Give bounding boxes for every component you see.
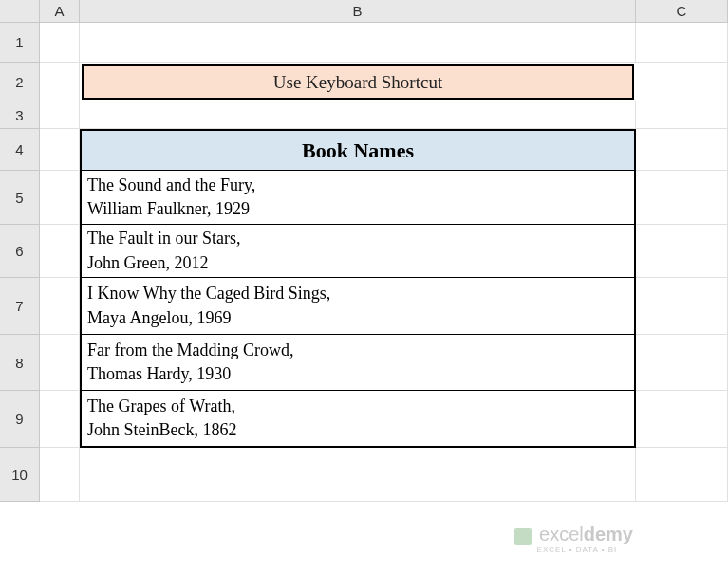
book-row-2[interactable]: The Fault in our Stars, John Green, 2012 — [80, 225, 636, 278]
book-row-3[interactable]: I Know Why the Caged Bird Sings, Maya An… — [80, 278, 636, 335]
cell-c10[interactable] — [636, 448, 728, 502]
watermark: exceldemy EXCEL • DATA • BI — [514, 524, 633, 554]
book-line: Far from the Madding Crowd, — [87, 339, 628, 362]
book-line: John SteinBeck, 1862 — [87, 418, 628, 442]
title-cell[interactable]: Use Keyboard Shortcut — [82, 64, 634, 100]
row-header-10[interactable]: 10 — [0, 448, 40, 502]
spreadsheet-grid: A B C 1 2 Use Keyboard Shortcut 3 4 Book… — [0, 0, 728, 502]
cell-a7[interactable] — [40, 278, 80, 335]
row-header-6[interactable]: 6 — [0, 225, 40, 278]
cell-c2[interactable] — [636, 63, 728, 101]
row-header-2[interactable]: 2 — [0, 63, 40, 101]
book-line: The Grapes of Wrath, — [87, 395, 628, 418]
cell-c1[interactable] — [636, 23, 728, 63]
book-row-5[interactable]: The Grapes of Wrath, John SteinBeck, 186… — [80, 391, 636, 448]
book-line: The Sound and the Fury, — [87, 174, 628, 197]
cell-a4[interactable] — [40, 129, 80, 171]
watermark-brand1: excel — [539, 524, 584, 544]
corner-cell[interactable] — [0, 0, 40, 23]
table-header[interactable]: Book Names — [80, 129, 636, 171]
row-header-9[interactable]: 9 — [0, 391, 40, 448]
row-header-8[interactable]: 8 — [0, 335, 40, 391]
col-header-c[interactable]: C — [636, 0, 728, 23]
watermark-tagline: EXCEL • DATA • BI — [537, 545, 633, 554]
cell-b10[interactable] — [80, 448, 636, 502]
cell-a2[interactable] — [40, 63, 80, 101]
row-header-5[interactable]: 5 — [0, 171, 40, 225]
cell-a3[interactable] — [40, 101, 80, 129]
book-line: Maya Angelou, 1969 — [87, 306, 628, 330]
cell-b3[interactable] — [80, 101, 636, 129]
cell-c9[interactable] — [636, 391, 728, 448]
cell-c4[interactable] — [636, 129, 728, 171]
row-header-1[interactable]: 1 — [0, 23, 40, 63]
book-line: John Green, 2012 — [87, 251, 628, 275]
col-header-a[interactable]: A — [40, 0, 80, 23]
cell-c8[interactable] — [636, 335, 728, 391]
watermark-brand2: demy — [584, 524, 633, 544]
book-row-1[interactable]: The Sound and the Fury, William Faulkner… — [80, 171, 636, 225]
watermark-icon — [514, 528, 532, 545]
book-line: I Know Why the Caged Bird Sings, — [87, 282, 628, 305]
cell-c5[interactable] — [636, 171, 728, 225]
cell-a5[interactable] — [40, 171, 80, 225]
book-line: Thomas Hardy, 1930 — [87, 362, 628, 386]
cell-c6[interactable] — [636, 225, 728, 278]
cell-a8[interactable] — [40, 335, 80, 391]
cell-a9[interactable] — [40, 391, 80, 448]
row-header-4[interactable]: 4 — [0, 129, 40, 171]
row-header-3[interactable]: 3 — [0, 101, 40, 129]
book-line: William Faulkner, 1929 — [87, 197, 628, 221]
cell-c3[interactable] — [636, 101, 728, 129]
cell-a10[interactable] — [40, 448, 80, 502]
cell-a6[interactable] — [40, 225, 80, 278]
cell-a1[interactable] — [40, 23, 80, 63]
book-line: The Fault in our Stars, — [87, 227, 628, 250]
col-header-b[interactable]: B — [80, 0, 636, 23]
cell-c7[interactable] — [636, 278, 728, 335]
cell-b1[interactable] — [80, 23, 636, 63]
row-header-7[interactable]: 7 — [0, 278, 40, 335]
book-row-4[interactable]: Far from the Madding Crowd, Thomas Hardy… — [80, 335, 636, 391]
